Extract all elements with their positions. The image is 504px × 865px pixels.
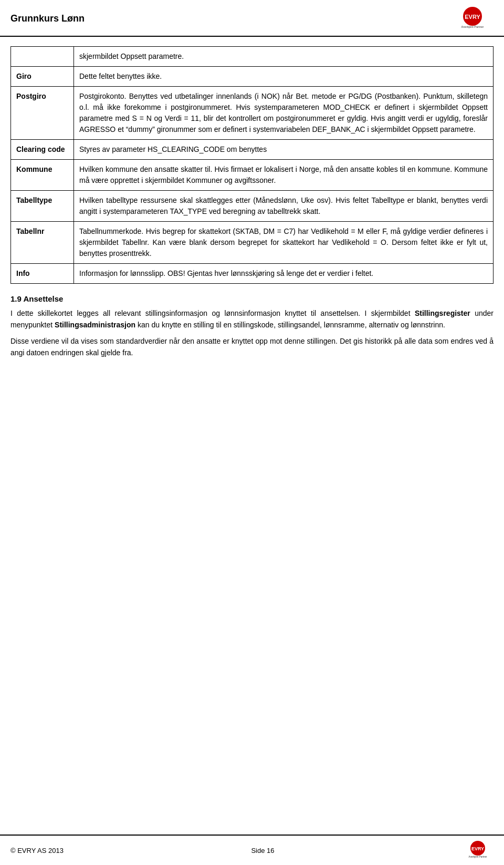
row-content: Hvilken kommune den ansatte skatter til.… — [74, 160, 494, 191]
logo-area: EVRY Anerkjent Partner — [452, 5, 494, 32]
table-row: Clearing code Styres av parameter HS_CLE… — [11, 140, 494, 160]
row-label: Info — [11, 264, 74, 284]
svg-text:EVRY: EVRY — [465, 14, 480, 20]
table-row: Tabellnr Tabellnummerkode. Hvis begrep f… — [11, 222, 494, 264]
svg-text:EVRY: EVRY — [471, 846, 484, 851]
bold-stillingsadministrasjon: Stillingsadministrasjon — [55, 321, 135, 329]
svg-text:Anerkjent Partner: Anerkjent Partner — [468, 856, 487, 858]
table-row: Info Informasjon for lønnsslipp. OBS! Gj… — [11, 264, 494, 284]
table-row: Postgiro Postgirokonto. Benyttes ved utb… — [11, 87, 494, 140]
section-19-heading: 1.9 Ansettelse — [10, 294, 494, 303]
table-row: skjermbildet Oppsett parametre. — [11, 47, 494, 67]
footer-copyright: © EVRY AS 2013 — [10, 847, 64, 854]
page-footer: © EVRY AS 2013 Side 16 EVRY Anerkjent Pa… — [0, 835, 504, 865]
row-label: Clearing code — [11, 140, 74, 160]
row-content: Styres av parameter HS_CLEARING_CODE om … — [74, 140, 494, 160]
main-content: skjermbildet Oppsett parametre. Giro Det… — [0, 37, 504, 368]
evry-logo: EVRY Anerkjent Partner — [452, 5, 494, 32]
row-content: Tabellnummerkode. Hvis begrep for skatte… — [74, 222, 494, 264]
table-row: Giro Dette feltet benyttes ikke. — [11, 67, 494, 87]
row-content: Informasjon for lønnsslipp. OBS! Gjentas… — [74, 264, 494, 284]
evry-logo-svg: EVRY Anerkjent Partner — [452, 6, 493, 31]
row-label — [11, 47, 74, 67]
footer-page: Side 16 — [251, 847, 274, 854]
bold-stillingsregister: Stillingsregister — [415, 309, 470, 317]
row-label: Postgiro — [11, 87, 74, 140]
table-row: Kommune Hvilken kommune den ansatte skat… — [11, 160, 494, 191]
content-table: skjermbildet Oppsett parametre. Giro Det… — [10, 46, 494, 284]
row-content: Dette feltet benyttes ikke. — [74, 67, 494, 87]
row-content: Hvilken tabelltype ressursene skal skatt… — [74, 191, 494, 222]
row-content: skjermbildet Oppsett parametre. — [74, 47, 494, 67]
row-label: Tabelltype — [11, 191, 74, 222]
page-title: Grunnkurs Lønn — [10, 13, 85, 24]
row-content: Postgirokonto. Benyttes ved utbetalinger… — [74, 87, 494, 140]
row-label: Tabellnr — [11, 222, 74, 264]
row-label: Giro — [11, 67, 74, 87]
section-19-body: I dette skillekortet legges all relevant… — [10, 307, 494, 359]
footer-logo-area: EVRY Anerkjent Partner — [462, 840, 494, 861]
svg-text:Anerkjent Partner: Anerkjent Partner — [461, 25, 484, 28]
page-header: Grunnkurs Lønn EVRY Anerkjent Partner — [0, 0, 504, 37]
section-19-paragraph-1: I dette skillekortet legges all relevant… — [10, 307, 494, 331]
footer-evry-logo: EVRY Anerkjent Partner — [462, 840, 494, 861]
section-19-paragraph-2: Disse verdiene vil da vises som standard… — [10, 335, 494, 359]
table-row: Tabelltype Hvilken tabelltype ressursene… — [11, 191, 494, 222]
row-label: Kommune — [11, 160, 74, 191]
